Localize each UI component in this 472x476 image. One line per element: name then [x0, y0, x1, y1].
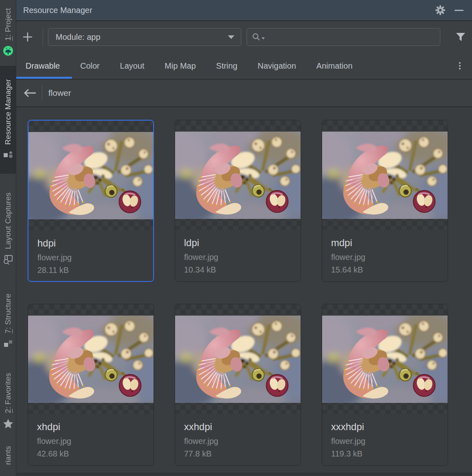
resource-card-xxhdpi[interactable]: xxhdpi flower.jpg 77.8 kB — [175, 304, 301, 466]
resource-density-label: mdpi — [331, 237, 440, 249]
android-studio-icon — [3, 45, 13, 56]
resource-manager-panel: Resource Manager — [16, 0, 472, 476]
resource-filename: flower.jpg — [331, 253, 440, 262]
tab-drawable[interactable]: Drawable — [26, 61, 60, 71]
resource-filename: flower.jpg — [37, 437, 145, 446]
resource-shapes-icon — [3, 150, 13, 160]
sidebar-item-label: 2: Favorites — [4, 373, 13, 413]
resource-filename: flower.jpg — [184, 253, 292, 262]
resource-thumbnail — [28, 121, 153, 230]
resource-thumbnail — [175, 120, 301, 230]
minimize-icon — [455, 10, 463, 11]
panel-titlebar: Resource Manager — [16, 0, 472, 21]
resource-card-xhdpi[interactable]: xhdpi flower.jpg 42.68 kB — [28, 304, 154, 466]
resource-filesize: 119.3 kB — [331, 449, 440, 459]
flower-image — [28, 132, 153, 219]
resource-type-tabs: Drawable Color Layout Mip Map String Nav… — [16, 53, 472, 80]
back-button[interactable] — [20, 85, 39, 101]
resource-filesize: 15.64 kB — [331, 265, 440, 275]
minimize-button[interactable] — [453, 4, 466, 17]
settings-button[interactable] — [434, 4, 447, 17]
resource-card-meta: mdpi flower.jpg 15.64 kB — [322, 230, 448, 281]
structure-icon — [3, 339, 13, 349]
filter-button[interactable] — [452, 28, 470, 46]
module-dropdown-value: Module: app — [56, 32, 228, 42]
more-tabs-button[interactable] — [455, 60, 465, 71]
resource-density-label: xxhdpi — [184, 421, 292, 433]
resource-filesize: 77.8 kB — [184, 449, 292, 459]
breadcrumb-separator — [42, 85, 42, 101]
resource-card-mdpi[interactable]: mdpi flower.jpg 15.64 kB — [322, 120, 448, 282]
sidebar-item-layout-captures[interactable]: Layout Captures — [0, 181, 16, 276]
sidebar-item-favorites[interactable]: 2: Favorites — [0, 365, 16, 437]
sidebar-item-label: riants — [4, 446, 13, 465]
resource-filesize: 28.11 kB — [37, 266, 145, 275]
sidebar-item-build-variants[interactable]: riants — [0, 446, 16, 476]
kebab-menu-icon — [459, 62, 461, 64]
resource-filename: flower.jpg — [37, 253, 145, 262]
resource-manager-window: 1: Project Resource Manager Layout Captu… — [0, 0, 472, 476]
search-input[interactable] — [268, 32, 436, 41]
sidebar-item-structure[interactable]: 7: Structure — [0, 286, 16, 357]
flower-image — [322, 132, 448, 219]
layout-inspector-icon — [3, 254, 13, 265]
resource-card-meta: xxxhdpi flower.jpg 119.3 kB — [322, 414, 448, 465]
resource-thumbnail — [322, 304, 448, 414]
resource-grid: hdpi flower.jpg 28.11 kB ldpi flower.jpg… — [28, 120, 472, 466]
sidebar-item-label: Resource Manager — [4, 79, 13, 145]
tab-mip-map[interactable]: Mip Map — [165, 61, 196, 71]
resource-card-meta: xhdpi flower.jpg 42.68 kB — [28, 414, 154, 465]
sidebar-item-label: 1: Project — [4, 8, 13, 41]
panel-title: Resource Manager — [23, 6, 434, 15]
resource-filename: flower.jpg — [184, 437, 292, 446]
resource-density-label: hdpi — [37, 237, 145, 249]
resource-thumbnail — [175, 304, 301, 414]
breadcrumb-bar: flower — [16, 80, 472, 107]
panel-bottom-edge — [16, 473, 472, 476]
flower-image — [175, 132, 301, 219]
resource-card-meta: ldpi flower.jpg 10.34 kB — [175, 230, 301, 281]
plus-icon — [23, 32, 32, 42]
tab-navigation[interactable]: Navigation — [258, 61, 296, 71]
tab-animation[interactable]: Animation — [316, 61, 353, 71]
search-field[interactable] — [247, 28, 440, 46]
resource-card-meta: hdpi flower.jpg 28.11 kB — [28, 230, 153, 281]
sidebar-item-label: Layout Captures — [4, 193, 13, 249]
add-resource-button[interactable] — [16, 28, 39, 46]
resource-density-label: xhdpi — [37, 421, 145, 433]
chevron-down-icon — [228, 35, 234, 39]
resource-thumbnail — [322, 120, 448, 230]
tool-window-stripe: 1: Project Resource Manager Layout Captu… — [0, 0, 16, 476]
resource-card-ldpi[interactable]: ldpi flower.jpg 10.34 kB — [175, 120, 301, 282]
star-icon — [3, 418, 13, 429]
search-icon — [252, 32, 265, 41]
sidebar-item-label: 7: Structure — [4, 294, 13, 333]
tab-color[interactable]: Color — [80, 61, 100, 71]
resource-card-hdpi[interactable]: hdpi flower.jpg 28.11 kB — [28, 120, 154, 282]
flower-image — [28, 316, 154, 403]
resource-filesize: 42.68 kB — [37, 449, 145, 459]
back-arrow-icon — [23, 89, 36, 97]
active-tab-underline — [16, 77, 72, 79]
resource-thumbnail — [28, 304, 154, 414]
search-options-chevron-icon — [262, 37, 265, 39]
resource-filename: flower.jpg — [331, 437, 440, 446]
resource-grid-area: hdpi flower.jpg 28.11 kB ldpi flower.jpg… — [16, 107, 472, 476]
gear-icon — [435, 5, 446, 15]
resource-density-label: ldpi — [184, 237, 292, 249]
toolbar-separator — [43, 28, 43, 46]
module-dropdown[interactable]: Module: app — [48, 28, 241, 46]
breadcrumb-current: flower — [48, 88, 71, 98]
tab-string[interactable]: String — [216, 61, 237, 71]
sidebar-item-resource-manager[interactable]: Resource Manager — [0, 66, 16, 174]
flower-image — [322, 316, 448, 403]
resource-filesize: 10.34 kB — [184, 265, 292, 275]
panel-toolbar: Module: app — [16, 21, 472, 53]
resource-card-xxxhdpi[interactable]: xxxhdpi flower.jpg 119.3 kB — [322, 304, 448, 466]
filter-funnel-icon — [456, 32, 466, 41]
sidebar-item-project[interactable]: 1: Project — [0, 0, 16, 64]
tab-layout[interactable]: Layout — [120, 61, 144, 71]
flower-image — [175, 316, 301, 403]
resource-density-label: xxxhdpi — [331, 421, 440, 433]
resource-card-meta: xxhdpi flower.jpg 77.8 kB — [175, 414, 301, 465]
